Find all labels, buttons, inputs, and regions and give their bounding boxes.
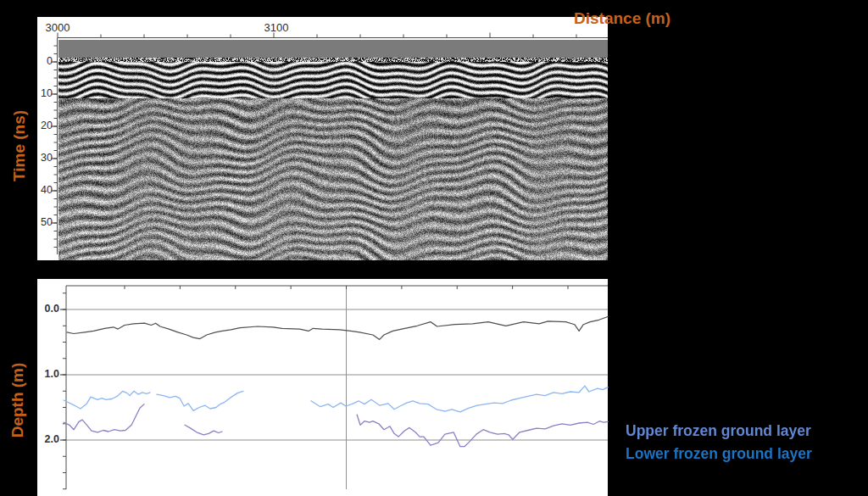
time-tick-label-30: 30 [31, 152, 53, 164]
time-tick-label-50: 50 [31, 216, 53, 228]
time-tick-label-40: 40 [31, 184, 53, 196]
radargram-image [58, 40, 608, 260]
depth-axis-title: Depth (m) [8, 363, 27, 438]
time-tick-label-10: 10 [31, 87, 53, 99]
distance-tick-label-3100: 3100 [264, 21, 289, 34]
time-tick-label-0: 0 [31, 55, 53, 67]
depth-profile-panel [37, 279, 608, 496]
depth-tick-label-2: 2.0 [30, 433, 59, 445]
depth-tick-label-0: 0.0 [30, 303, 59, 315]
figure-stage: 3000 3100 0 10 20 30 40 50 Distance (m) … [0, 0, 868, 496]
depth-tick-label-1: 1.0 [30, 368, 59, 380]
distance-tick-label-3000: 3000 [46, 21, 70, 34]
distance-axis-title: Distance (m) [574, 9, 670, 28]
legend-upper-frozen-layer: Upper frozen ground layer [626, 420, 812, 443]
time-axis-title: Time (ns) [10, 110, 29, 181]
legend-lower-frozen-layer: Lower frozen ground layer [626, 443, 812, 465]
legend: Upper frozen ground layer Lower frozen g… [626, 420, 812, 465]
time-tick-label-20: 20 [31, 120, 53, 131]
